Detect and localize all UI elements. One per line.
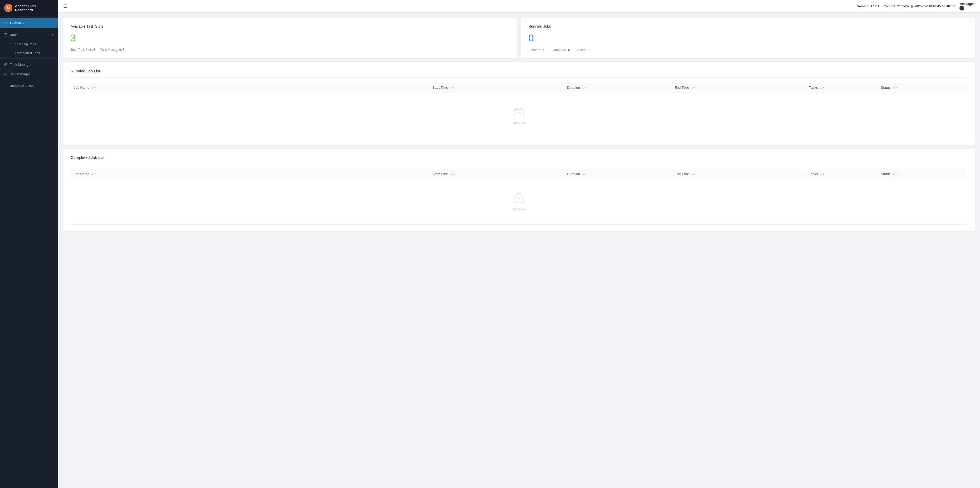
sidebar-item-job-manager[interactable]: ⊞ Job Manager xyxy=(0,69,58,79)
col-header-starttime-running[interactable]: Start Time ▲▼ xyxy=(430,83,564,92)
submit-job-icon: ↓ xyxy=(4,84,6,88)
sidebar-header: 🐿 Apache Flink Dashboard xyxy=(0,0,58,16)
running-job-table: Job Name ▲▼ Start Time ▲▼ Duration ▲▼ En… xyxy=(71,83,967,138)
completed-job-no-data-row: No Data xyxy=(71,179,967,225)
sort-icon-tasks-completed: ▲▼ xyxy=(820,173,824,175)
col-header-starttime-completed[interactable]: Start Time ▲▼ xyxy=(430,169,564,179)
version-info: Version: 1.17.1 xyxy=(857,5,879,8)
sort-icon-jobname-running: ▲▼ xyxy=(91,87,96,89)
sidebar-item-label-jobs: Jobs xyxy=(10,33,18,37)
sidebar: 🐿 Apache Flink Dashboard ⊙ Overview ☰ Jo… xyxy=(0,0,58,488)
content-area: Available Task Slots 3 Total Task Slots … xyxy=(58,13,980,488)
running-job-no-data-text: No Data xyxy=(513,121,525,125)
completed-job-list-section: Completed Job List Job Name ▲▼ Start Tim… xyxy=(63,149,975,231)
cards-row: Available Task Slots 3 Total Task Slots … xyxy=(63,18,975,58)
completed-job-no-data: No Data xyxy=(74,181,964,222)
col-header-duration-running[interactable]: Duration ▲▼ xyxy=(564,83,671,92)
sidebar-item-label-task-managers: Task Managers xyxy=(10,63,33,67)
col-header-endtime-running[interactable]: End Time ▲▼ xyxy=(671,83,806,92)
task-slots-title: Available Task Slots xyxy=(71,24,509,29)
task-managers-icon: ⊞ xyxy=(4,62,7,67)
completed-jobs-icon: ⊙ xyxy=(10,51,13,55)
app-logo: 🐿 xyxy=(4,4,13,12)
commit-info: Commit: 2750d5c @ 2023-05-19T10:45:46+02… xyxy=(884,5,955,8)
sidebar-item-running-jobs[interactable]: ⊙ Running Jobs xyxy=(0,40,58,48)
running-jobs-value: 0 xyxy=(528,33,967,44)
topbar: ☰ Version: 1.17.1 Commit: 2750d5c @ 2023… xyxy=(58,0,980,13)
col-header-status-completed[interactable]: Status ▲▼ xyxy=(878,169,967,179)
message-badge: 0 xyxy=(959,6,964,11)
sort-icon-starttime-completed: ▲▼ xyxy=(450,173,455,175)
col-header-tasks-running[interactable]: Tasks ▲▼ xyxy=(806,83,878,92)
col-header-tasks-completed[interactable]: Tasks ▲▼ xyxy=(806,169,878,179)
completed-job-list-title: Completed Job List xyxy=(71,155,967,164)
job-manager-icon: ⊞ xyxy=(4,72,7,76)
completed-job-table-body: No Data xyxy=(71,179,967,225)
completed-job-table-head: Job Name ▲▼ Start Time ▲▼ Duration ▲▼ En… xyxy=(71,169,967,179)
failed-stat: Failed 0 xyxy=(576,48,590,52)
sort-icon-starttime-running: ▲▼ xyxy=(450,87,455,89)
no-data-icon-running xyxy=(513,106,525,118)
completed-job-no-data-text: No Data xyxy=(513,207,525,211)
sort-icon-tasks-running: ▲▼ xyxy=(820,87,824,89)
running-job-no-data-row: No Data xyxy=(71,92,967,138)
task-slots-value: 3 xyxy=(71,33,509,44)
col-header-status-running[interactable]: Status ▲▼ xyxy=(878,83,967,92)
sidebar-item-completed-jobs[interactable]: ⊙ Completed Jobs xyxy=(0,48,58,57)
nav-divider-1 xyxy=(0,29,58,29)
running-jobs-icon: ⊙ xyxy=(10,42,13,46)
task-managers-count: Task Managers 3 xyxy=(100,48,124,52)
sort-icon-duration-completed: ▲▼ xyxy=(582,173,587,175)
sidebar-item-task-managers[interactable]: ⊞ Task Managers xyxy=(0,60,58,69)
sort-icon-jobname-completed: ▲▼ xyxy=(91,173,96,175)
jobs-chevron-icon: ∧ xyxy=(52,33,54,37)
sidebar-item-label-submit-new-job: Submit New Job xyxy=(9,84,34,88)
sidebar-nav: ⊙ Overview ☰ Jobs ∧ ⊙ Running Jobs ⊙ Com… xyxy=(0,16,58,93)
running-job-no-data: No Data xyxy=(74,95,964,135)
sidebar-item-label-running-jobs: Running Jobs xyxy=(15,42,37,46)
sidebar-item-label-completed-jobs: Completed Jobs xyxy=(15,51,40,55)
sidebar-item-submit-new-job[interactable]: ↓ Submit New Job xyxy=(0,81,58,91)
message-info: Message: 0 xyxy=(959,2,975,11)
topbar-right: Version: 1.17.1 Commit: 2750d5c @ 2023-0… xyxy=(857,2,975,11)
available-task-slots-card: Available Task Slots 3 Total Task Slots … xyxy=(63,18,517,58)
running-jobs-title: Running Jobs xyxy=(528,24,967,29)
app-title: Apache Flink Dashboard xyxy=(15,4,54,12)
sidebar-item-overview[interactable]: ⊙ Overview xyxy=(0,18,58,28)
running-job-list-section: Running Job List Job Name ▲▼ Start Time … xyxy=(63,62,975,145)
topbar-left: ☰ xyxy=(63,4,67,9)
jobs-icon: ☰ xyxy=(4,33,8,37)
svg-rect-0 xyxy=(514,110,524,116)
sort-icon-endtime-completed: ▲▼ xyxy=(691,173,696,175)
completed-job-table: Job Name ▲▼ Start Time ▲▼ Duration ▲▼ En… xyxy=(71,169,967,225)
sidebar-item-label-job-manager: Job Manager xyxy=(10,72,30,76)
running-jobs-card: Running Jobs 0 Finished 0 Canceled 0 Fai… xyxy=(521,18,975,58)
sort-icon-endtime-running: ▲▼ xyxy=(691,87,696,89)
sidebar-item-label-overview: Overview xyxy=(10,21,24,25)
running-job-table-head: Job Name ▲▼ Start Time ▲▼ Duration ▲▼ En… xyxy=(71,83,967,92)
col-header-jobname-running[interactable]: Job Name ▲▼ xyxy=(71,83,430,92)
col-header-jobname-completed[interactable]: Job Name ▲▼ xyxy=(71,169,430,179)
overview-icon: ⊙ xyxy=(4,21,7,25)
svg-rect-2 xyxy=(514,196,524,202)
sort-icon-status-completed: ▲▼ xyxy=(892,173,897,175)
col-header-endtime-completed[interactable]: End Time ▲▼ xyxy=(671,169,806,179)
col-header-duration-completed[interactable]: Duration ▲▼ xyxy=(564,169,671,179)
running-job-list-title: Running Job List xyxy=(71,69,967,78)
sort-icon-duration-running: ▲▼ xyxy=(582,87,587,89)
no-data-icon-completed xyxy=(513,192,525,205)
running-job-table-body: No Data xyxy=(71,92,967,138)
job-stats: Finished 0 Canceled 0 Failed 0 xyxy=(528,48,967,52)
finished-stat: Finished 0 xyxy=(528,48,545,52)
main-area: ☰ Version: 1.17.1 Commit: 2750d5c @ 2023… xyxy=(58,0,980,488)
task-slots-meta: Total Task Slots 3 Task Managers 3 xyxy=(71,48,509,52)
sort-icon-status-running: ▲▼ xyxy=(892,87,897,89)
topbar-menu-icon[interactable]: ☰ xyxy=(63,4,67,9)
total-task-slots: Total Task Slots 3 xyxy=(71,48,95,52)
sidebar-item-jobs[interactable]: ☰ Jobs ∧ xyxy=(0,30,58,40)
canceled-stat: Canceled 0 xyxy=(552,48,570,52)
